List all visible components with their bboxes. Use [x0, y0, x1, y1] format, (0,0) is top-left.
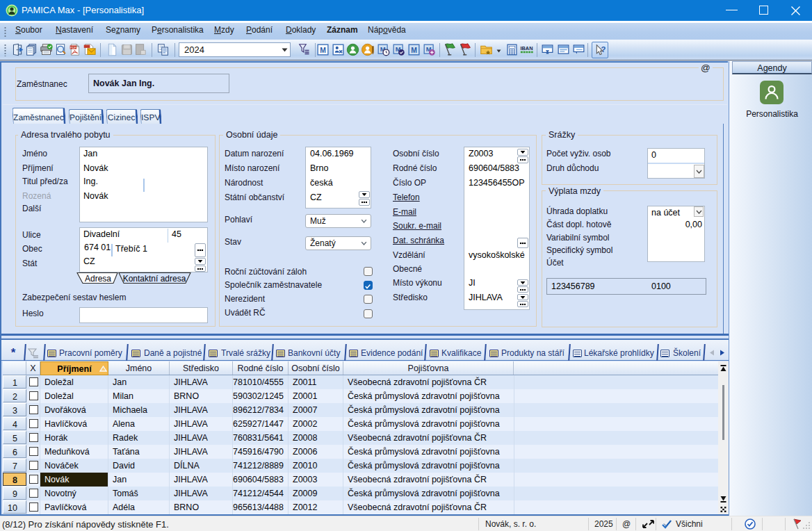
svg-text:Adresa: Adresa	[85, 274, 111, 284]
svg-text:PDF: PDF	[70, 46, 76, 49]
svg-text:?: ?	[601, 45, 606, 54]
svg-text:M: M	[320, 47, 326, 54]
svg-text:Kontaktní adresa: Kontaktní adresa	[123, 274, 186, 284]
svg-text:IBAN: IBAN	[521, 45, 533, 51]
svg-text:M: M	[411, 47, 417, 54]
